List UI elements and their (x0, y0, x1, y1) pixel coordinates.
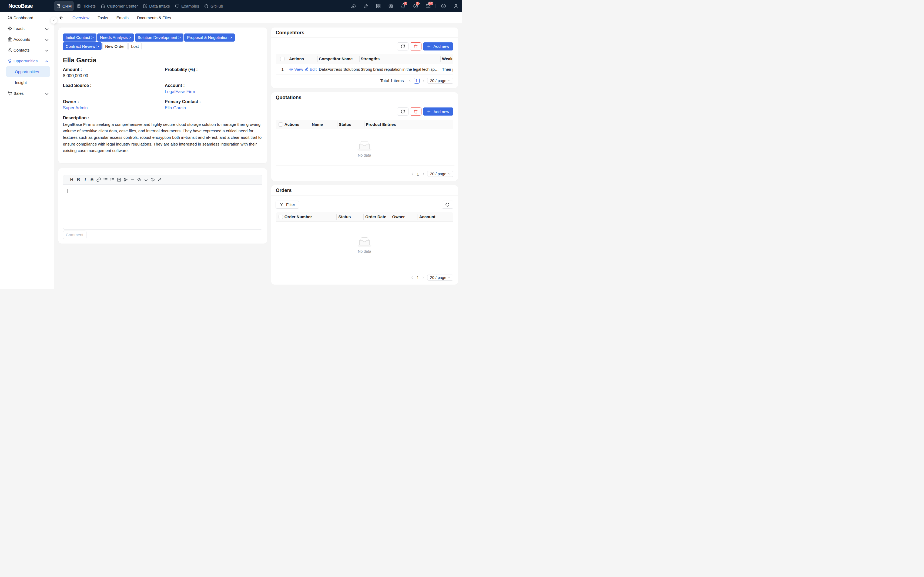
pagination-next-icon[interactable] (422, 276, 425, 279)
add-new-button[interactable]: Add new (423, 42, 453, 50)
sidebar-item-opportunities[interactable]: Opportunities (0, 55, 54, 66)
stage-button-contract-review[interactable]: Contract Review > (63, 42, 102, 50)
delete-button[interactable] (410, 108, 422, 116)
horizontal-rule-icon[interactable] (130, 177, 135, 182)
pagination-next-icon[interactable] (422, 79, 425, 82)
pagination-current-page[interactable]: 1 (416, 275, 419, 280)
stage-button-solution-development[interactable]: Solution Development > (135, 34, 183, 42)
tab-documents-files[interactable]: Documents & Files (137, 12, 171, 23)
column-header-status[interactable]: Status (339, 214, 351, 220)
edit-action[interactable]: Edit (304, 66, 317, 73)
column-header-strengths[interactable]: Strengths (361, 56, 380, 62)
select-all-checkbox[interactable] (279, 122, 283, 127)
check-circle-icon[interactable]: 9 (409, 0, 422, 12)
column-header-order-date[interactable]: Order Date (365, 214, 386, 220)
plugin-icon[interactable] (360, 0, 372, 12)
help-icon[interactable] (437, 0, 449, 12)
account-link[interactable]: LegalEase Firm (165, 89, 195, 94)
sidebar-subitem-insight[interactable]: Insight (6, 77, 50, 88)
bold-icon[interactable]: B (76, 177, 81, 182)
column-header-product-entries[interactable]: Product Entries (366, 121, 396, 127)
pagination-current-page[interactable]: 1 (416, 172, 419, 176)
upload-cloud-icon[interactable] (150, 177, 155, 182)
heading-icon[interactable]: H (69, 177, 74, 182)
select-all-checkbox[interactable] (280, 57, 284, 61)
nav-item-label: CRM (62, 4, 72, 8)
comment-button[interactable]: Comment (63, 230, 86, 239)
pagination-prev-icon[interactable] (411, 172, 414, 176)
highlighter-icon[interactable] (347, 0, 360, 12)
tab-emails[interactable]: Emails (116, 12, 129, 23)
code-block-icon[interactable] (137, 177, 142, 182)
column-header-order-number[interactable]: Order Number (284, 214, 312, 220)
stage-button-proposal-negotiation[interactable]: Proposal & Negotiation > (184, 34, 234, 42)
sidebar-item-contacts[interactable]: Contacts (0, 45, 54, 55)
user-icon[interactable] (449, 0, 462, 12)
owner-link[interactable]: Super Admin (63, 106, 88, 110)
strikethrough-icon[interactable]: S (90, 177, 95, 182)
lost-button[interactable]: Lost (128, 42, 141, 50)
field-label-account: Account : (165, 82, 262, 89)
sidebar-item-accounts[interactable]: Accounts (0, 34, 54, 45)
back-arrow-icon[interactable] (59, 15, 64, 21)
sidebar-item-dashboard[interactable]: Dashboard (0, 12, 54, 23)
column-header-competitor-name[interactable]: Competitor Name (319, 56, 352, 62)
italic-icon[interactable]: I (83, 177, 88, 182)
delete-button[interactable] (410, 42, 422, 50)
refresh-button[interactable] (397, 42, 409, 50)
list-ul-icon[interactable] (103, 177, 108, 182)
stage-buttons-row-1: Initial Contact > Needs Analysis > Solut… (63, 34, 235, 42)
text-caret (68, 189, 68, 193)
nav-item-tickets[interactable]: Tickets (74, 1, 98, 11)
nav-item-examples[interactable]: Examples (173, 1, 201, 11)
stage-button-initial-contact[interactable]: Initial Contact > (63, 34, 97, 42)
send-icon[interactable] (123, 177, 128, 182)
gear-icon[interactable] (384, 0, 397, 12)
sidebar-subitem-opportunities[interactable]: Opportunities (6, 66, 50, 77)
pagination-current-page[interactable]: 1 (414, 78, 420, 84)
page-size-select[interactable]: 20 / page (427, 275, 453, 280)
select-all-checkbox[interactable] (279, 214, 283, 219)
column-header-weaknesses[interactable]: Weaknesses (442, 56, 453, 62)
refresh-button[interactable] (442, 201, 453, 209)
tab-tasks[interactable]: Tasks (98, 12, 108, 23)
inline-code-icon[interactable] (144, 177, 149, 182)
pagination-prev-icon[interactable] (411, 276, 414, 279)
pagination-prev-icon[interactable] (408, 79, 412, 82)
nav-item-crm[interactable]: CRM (54, 1, 74, 11)
new-order-button[interactable]: New Order (102, 42, 128, 50)
page-size-select[interactable]: 20 / page (427, 171, 453, 177)
nav-item-github[interactable]: GitHub (202, 1, 225, 11)
column-header-status[interactable]: Status (339, 121, 351, 127)
column-header-name[interactable]: Name (312, 121, 323, 127)
table-row[interactable]: 1 View Edit DataFortress Solutions Stron… (276, 64, 454, 74)
nav-item-data-intake[interactable]: Data Intake (141, 1, 172, 11)
add-new-button[interactable]: Add new (423, 108, 453, 116)
sidebar-item-sales[interactable]: Sales (0, 88, 54, 98)
checklist-icon[interactable] (117, 177, 121, 182)
column-header-actions[interactable]: Actions (284, 121, 299, 127)
markdown-editor[interactable]: H B I S (63, 175, 263, 230)
sidebar-collapse-button[interactable] (50, 17, 57, 24)
column-header-actions[interactable]: Actions (289, 56, 304, 62)
filter-button[interactable]: Filter (276, 201, 299, 209)
expand-icon[interactable] (157, 177, 162, 182)
tab-overview[interactable]: Overview (73, 12, 89, 23)
nav-item-customer-center[interactable]: Customer Center (99, 1, 140, 11)
bell-icon[interactable]: 3 (397, 0, 409, 12)
link-icon[interactable] (97, 177, 101, 182)
sidebar-item-leads[interactable]: Leads (0, 23, 54, 34)
page-size-select[interactable]: 20 / page (427, 78, 453, 84)
pagination-next-icon[interactable] (422, 172, 425, 176)
stage-button-needs-analysis[interactable]: Needs Analysis > (97, 34, 134, 42)
column-header-owner[interactable]: Owner (392, 214, 405, 220)
orders-card: Orders Filter Order Number Status Order … (271, 185, 458, 285)
nocobase-logo[interactable]: NocoBase (0, 3, 54, 9)
view-action[interactable]: View (289, 66, 303, 73)
refresh-button[interactable] (397, 108, 409, 116)
list-ol-icon[interactable] (110, 177, 115, 182)
column-header-account[interactable]: Account (419, 214, 436, 220)
primary-contact-link[interactable]: Ella Garcia (165, 106, 186, 110)
mail-icon[interactable]: 98 (422, 0, 434, 12)
blocks-icon[interactable] (372, 0, 384, 12)
